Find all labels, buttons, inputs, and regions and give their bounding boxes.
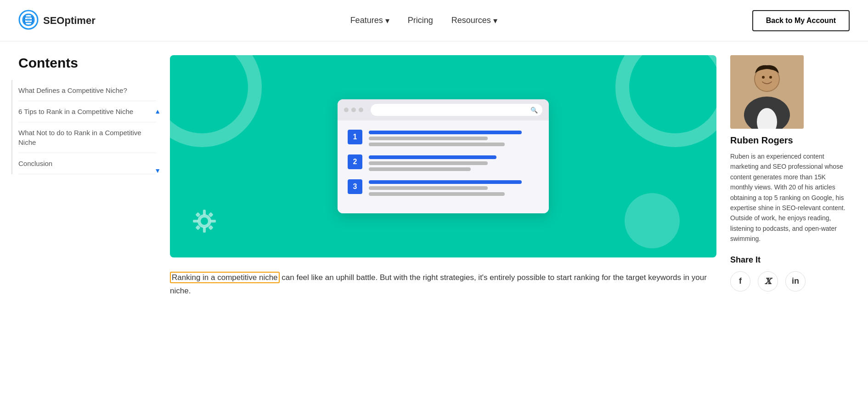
main-nav: Features ▾ Pricing Resources ▾ <box>350 16 497 26</box>
main-layout: Contents ▲ What Defines a Competitive Ni… <box>0 41 868 312</box>
toc-item-1[interactable]: What Defines a Competitive Niche? <box>18 80 156 101</box>
highlighted-text: Ranking in a competitive niche <box>170 272 280 283</box>
share-facebook-button[interactable]: f <box>730 271 750 291</box>
scroll-down-indicator: ▼ <box>154 167 161 174</box>
logo-icon <box>18 10 39 32</box>
svg-point-1 <box>26 17 31 22</box>
result-lines-1 <box>369 130 539 146</box>
chevron-down-icon: ▾ <box>493 16 497 26</box>
browser-mockup: 🔍 1 2 <box>338 99 549 213</box>
share-twitter-x-button[interactable]: 𝕏 <box>758 271 778 291</box>
right-sidebar: Ruben Rogers Ruben is an experienced con… <box>730 55 850 298</box>
chevron-down-icon: ▾ <box>385 16 389 26</box>
nav-pricing[interactable]: Pricing <box>408 16 433 25</box>
result-desc-line-1 <box>369 161 488 165</box>
result-desc-line-2 <box>369 143 505 146</box>
search-result-2: 2 <box>348 154 539 171</box>
gear-icon <box>188 205 220 244</box>
toc-title: Contents <box>18 55 156 71</box>
toc-item-2[interactable]: 6 Tips to Rank in a Competitive Niche <box>18 101 156 122</box>
toc-list: What Defines a Competitive Niche? 6 Tips… <box>18 80 156 174</box>
hero-decoration-circle <box>625 193 680 248</box>
result-number-1: 1 <box>348 130 362 144</box>
article-content: 🔍 1 2 <box>170 55 716 298</box>
nav-resources[interactable]: Resources ▾ <box>451 16 497 26</box>
search-icon: 🔍 <box>530 107 538 114</box>
result-title-line <box>369 155 496 159</box>
table-of-contents: Contents ▲ What Defines a Competitive Ni… <box>18 55 156 298</box>
browser-body: 1 2 <box>338 120 549 213</box>
logo-text: SEOptimer <box>43 15 96 27</box>
browser-urlbar: 🔍 <box>371 104 542 116</box>
toc-item-3[interactable]: What Not to do to Rank in a Competitive … <box>18 122 156 153</box>
article-intro: Ranking in a competitive niche can feel … <box>170 271 716 298</box>
svg-point-2 <box>201 217 208 225</box>
browser-dot-3 <box>359 108 363 112</box>
svg-point-17 <box>769 76 772 79</box>
logo[interactable]: SEOptimer <box>18 10 96 32</box>
svg-rect-5 <box>193 220 198 223</box>
browser-dot-1 <box>344 108 349 112</box>
svg-rect-4 <box>203 227 206 233</box>
result-title-line <box>369 180 522 184</box>
author-bio: Ruben is an experienced content marketin… <box>730 151 850 244</box>
share-buttons: f 𝕏 in <box>730 271 850 291</box>
result-desc-line-1 <box>369 186 488 190</box>
result-number-3: 3 <box>348 179 362 194</box>
header: SEOptimer Features ▾ Pricing Resources ▾… <box>0 0 868 41</box>
author-photo <box>730 55 804 129</box>
toc-item-4[interactable]: Conclusion <box>18 153 156 174</box>
twitter-x-icon: 𝕏 <box>765 276 771 286</box>
nav-features[interactable]: Features ▾ <box>350 16 389 26</box>
share-title: Share It <box>730 255 850 265</box>
svg-rect-3 <box>203 210 206 215</box>
svg-point-16 <box>762 76 765 79</box>
result-lines-3 <box>369 179 539 196</box>
result-desc-line-2 <box>369 167 471 171</box>
hero-image: 🔍 1 2 <box>170 55 716 257</box>
back-to-account-button[interactable]: Back to My Account <box>752 10 850 31</box>
result-title-line <box>369 131 522 134</box>
result-desc-line-2 <box>369 192 505 196</box>
search-result-1: 1 <box>348 130 539 146</box>
search-result-3: 3 <box>348 179 539 196</box>
author-name: Ruben Rogers <box>730 135 850 146</box>
result-desc-line-1 <box>369 137 488 140</box>
svg-rect-6 <box>210 220 216 223</box>
result-number-2: 2 <box>348 154 362 169</box>
result-lines-2 <box>369 154 539 171</box>
browser-dot-2 <box>351 108 356 112</box>
share-linkedin-button[interactable]: in <box>785 271 806 291</box>
browser-topbar: 🔍 <box>338 99 549 120</box>
